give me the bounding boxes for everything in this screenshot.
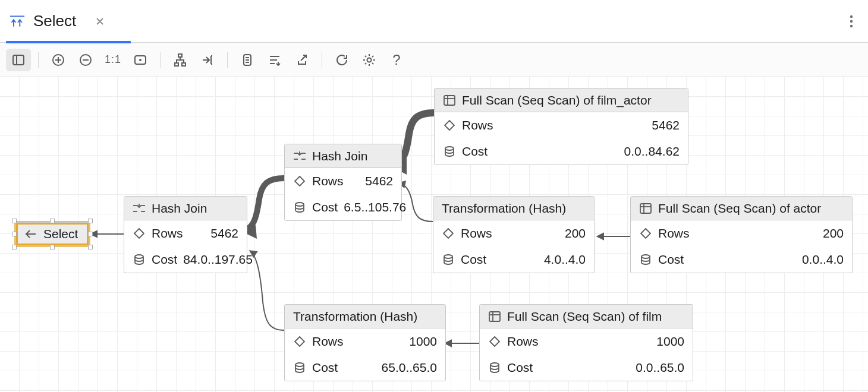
diamond-icon bbox=[443, 119, 456, 132]
resize-handle[interactable] bbox=[50, 219, 55, 223]
diamond-icon bbox=[133, 227, 146, 240]
rows-label: Rows bbox=[312, 334, 344, 349]
hash-join-icon bbox=[293, 150, 306, 163]
node-select[interactable]: Select bbox=[15, 222, 89, 246]
resize-handle[interactable] bbox=[12, 219, 17, 223]
rows-label: Rows bbox=[312, 174, 344, 188]
node-title: Select bbox=[43, 227, 78, 241]
node-transformation-hash-1[interactable]: Transformation (Hash) Rows 200 Cost 4.0.… bbox=[433, 196, 595, 273]
rows-label: Rows bbox=[462, 118, 493, 132]
resize-handle[interactable] bbox=[88, 219, 93, 223]
tab-title: Select bbox=[33, 12, 76, 30]
cost-label: Cost bbox=[507, 361, 533, 375]
database-icon bbox=[133, 253, 146, 266]
rows-value: 200 bbox=[823, 226, 844, 241]
arrow-left-icon bbox=[24, 227, 37, 241]
diamond-icon bbox=[293, 335, 306, 348]
node-fullscan-actor[interactable]: Full Scan (Seq Scan) of actor Rows 200 C… bbox=[630, 196, 853, 273]
resize-handle[interactable] bbox=[12, 245, 17, 249]
tab-select[interactable]: Select bbox=[6, 0, 117, 43]
help-label: ? bbox=[392, 52, 400, 68]
svg-point-23 bbox=[367, 58, 372, 62]
cost-value: 6.5..105.76 bbox=[344, 200, 406, 214]
database-icon bbox=[639, 253, 652, 266]
more-menu-button[interactable] bbox=[841, 11, 862, 32]
cost-label: Cost bbox=[462, 144, 488, 159]
zoom-out-button[interactable] bbox=[73, 49, 98, 71]
svg-point-38 bbox=[444, 255, 452, 258]
hash-join-icon bbox=[133, 202, 146, 215]
database-icon bbox=[443, 145, 456, 158]
node-title: Hash Join bbox=[312, 149, 367, 163]
settings-button[interactable] bbox=[357, 49, 382, 71]
resize-handle[interactable] bbox=[88, 245, 93, 249]
svg-point-47 bbox=[490, 363, 499, 366]
explain-icon bbox=[10, 14, 25, 29]
database-icon bbox=[293, 361, 306, 374]
node-transformation-hash-2[interactable]: Transformation (Hash) Rows 1000 Cost 65.… bbox=[284, 304, 446, 381]
tree-layout-button[interactable] bbox=[168, 49, 193, 71]
svg-rect-34 bbox=[444, 96, 455, 105]
export-button[interactable] bbox=[290, 49, 315, 71]
rows-value: 5462 bbox=[652, 118, 680, 132]
diamond-icon bbox=[442, 227, 455, 240]
close-icon[interactable] bbox=[94, 15, 106, 27]
svg-point-2 bbox=[850, 20, 853, 22]
svg-rect-39 bbox=[640, 204, 651, 213]
resize-handle[interactable] bbox=[50, 245, 55, 249]
rows-value: 1000 bbox=[656, 334, 684, 349]
resize-handle[interactable] bbox=[88, 232, 93, 236]
table-icon bbox=[639, 202, 652, 215]
toolbar-sep bbox=[227, 52, 228, 68]
cost-value: 84.0..197.65 bbox=[183, 252, 253, 267]
database-icon bbox=[488, 361, 501, 374]
svg-rect-44 bbox=[489, 312, 500, 321]
node-title: Transformation (Hash) bbox=[293, 309, 417, 324]
explain-plan-canvas[interactable]: Select Hash Join Rows 5462 Cost 84.0..19… bbox=[0, 77, 868, 392]
refresh-button[interactable] bbox=[329, 49, 354, 71]
cost-label: Cost bbox=[312, 200, 338, 214]
layout-panel-button[interactable] bbox=[6, 49, 31, 71]
node-title: Full Scan (Seq Scan) of film bbox=[507, 309, 662, 324]
cost-label: Cost bbox=[312, 361, 338, 375]
node-title: Transformation (Hash) bbox=[442, 201, 566, 216]
table-icon bbox=[443, 94, 456, 107]
node-hash-join-2[interactable]: Hash Join Rows 5462 Cost 6.5..105.76 bbox=[284, 144, 402, 221]
resize-handle[interactable] bbox=[12, 232, 17, 236]
rows-label: Rows bbox=[152, 226, 183, 241]
node-fullscan-film-actor[interactable]: Full Scan (Seq Scan) of film_actor Rows … bbox=[434, 88, 688, 165]
rows-label: Rows bbox=[461, 226, 492, 241]
node-fullscan-film[interactable]: Full Scan (Seq Scan) of film Rows 1000 C… bbox=[479, 304, 693, 381]
toolbar-sep bbox=[160, 52, 161, 68]
svg-point-1 bbox=[850, 15, 853, 17]
svg-point-37 bbox=[445, 147, 454, 150]
rows-value: 5462 bbox=[365, 174, 393, 188]
zoom-actual-button[interactable]: 1:1 bbox=[100, 49, 125, 71]
cost-value: 0.0..4.0 bbox=[802, 252, 844, 267]
zoom-in-button[interactable] bbox=[46, 49, 71, 71]
svg-point-3 bbox=[850, 24, 853, 27]
zoom-ratio-label: 1:1 bbox=[105, 53, 121, 66]
node-hash-join-1[interactable]: Hash Join Rows 5462 Cost 84.0..197.65 bbox=[124, 196, 247, 273]
table-icon bbox=[488, 310, 501, 323]
diamond-icon bbox=[639, 227, 652, 240]
svg-rect-4 bbox=[13, 55, 24, 65]
diamond-icon bbox=[488, 335, 501, 348]
cost-value: 0.0..65.0 bbox=[636, 361, 684, 375]
node-title: Full Scan (Seq Scan) of actor bbox=[658, 201, 821, 216]
cost-value: 4.0..4.0 bbox=[544, 252, 586, 267]
list-button[interactable] bbox=[262, 49, 287, 71]
svg-point-12 bbox=[139, 59, 141, 61]
into-button[interactable] bbox=[195, 49, 220, 71]
cost-value: 0.0..84.62 bbox=[624, 144, 680, 159]
toolbar: 1:1 ? bbox=[0, 43, 868, 77]
cost-value: 65.0..65.0 bbox=[382, 361, 437, 375]
database-icon bbox=[293, 201, 306, 214]
svg-rect-14 bbox=[175, 63, 178, 66]
svg-point-42 bbox=[641, 255, 650, 258]
fit-button[interactable] bbox=[128, 49, 153, 71]
copy-button[interactable] bbox=[235, 49, 260, 71]
svg-rect-13 bbox=[178, 54, 182, 57]
node-title: Hash Join bbox=[152, 201, 207, 216]
help-button[interactable]: ? bbox=[384, 49, 409, 71]
